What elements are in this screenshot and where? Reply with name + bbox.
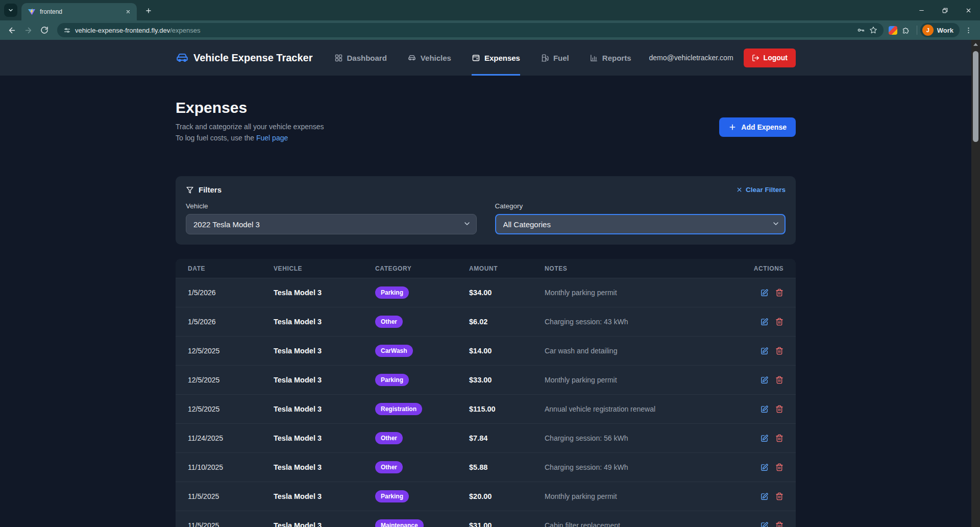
scrollbar-thumb[interactable] — [973, 51, 978, 142]
profile-button[interactable]: J Work — [920, 23, 960, 37]
dashboard-grid-icon — [334, 54, 343, 62]
reload-icon — [40, 26, 48, 34]
delete-expense-button[interactable] — [775, 463, 783, 472]
edit-expense-button[interactable] — [760, 318, 769, 326]
filters-card: Filters Clear Filters Vehicle 2022 Tesla… — [176, 176, 796, 245]
add-expense-button[interactable]: Add Expense — [719, 117, 796, 137]
delete-expense-button[interactable] — [775, 376, 783, 385]
expense-notes: Cabin filter replacement — [545, 521, 748, 527]
edit-expense-button[interactable] — [760, 405, 769, 414]
nav-item-dashboard[interactable]: Dashboard — [334, 40, 387, 76]
page-viewport: Vehicle Expense Tracker Dashboard Vehicl… — [0, 40, 971, 527]
category-badge: Parking — [375, 286, 409, 299]
delete-expense-button[interactable] — [775, 405, 783, 414]
category-filter-select[interactable]: All Categories — [495, 214, 786, 234]
reload-button[interactable] — [37, 22, 52, 38]
edit-expense-button[interactable] — [760, 289, 769, 297]
window-restore-button[interactable] — [933, 0, 957, 20]
page-subtitle: Track and categorize all your vehicle ex… — [176, 122, 324, 133]
nav-item-expenses[interactable]: Expenses — [472, 40, 520, 76]
forward-button[interactable] — [20, 22, 36, 38]
site-settings-icon[interactable] — [63, 27, 71, 34]
minimize-icon — [918, 7, 925, 14]
url-text: vehicle-expense-frontend.fly.dev/expense… — [75, 26, 200, 35]
brand-name: Vehicle Expense Tracker — [193, 52, 313, 64]
browser-scrollbar[interactable] — [971, 40, 980, 527]
tab-search-button[interactable] — [4, 4, 17, 17]
profile-avatar: J — [922, 25, 934, 36]
edit-expense-button[interactable] — [760, 376, 769, 385]
browser-toolbar: vehicle-expense-frontend.fly.dev/expense… — [0, 20, 980, 40]
table-row: 11/10/2025 Tesla Model 3 Other $5.88 Cha… — [176, 452, 796, 482]
table-row: 12/5/2025 Tesla Model 3 Registration $11… — [176, 394, 796, 423]
category-badge: Parking — [375, 374, 409, 386]
edit-expense-button[interactable] — [760, 347, 769, 355]
address-bar[interactable]: vehicle-expense-frontend.fly.dev/expense… — [57, 23, 884, 37]
edit-expense-button[interactable] — [760, 492, 769, 501]
bookmark-star-icon[interactable] — [869, 26, 877, 34]
vite-favicon-icon — [28, 8, 36, 16]
expense-amount: $6.02 — [469, 318, 545, 326]
column-header-actions: ACTIONS — [748, 265, 783, 272]
expense-vehicle: Tesla Model 3 — [274, 463, 375, 471]
delete-expense-button[interactable] — [775, 521, 783, 527]
category-filter-label: Category — [495, 202, 786, 210]
delete-expense-button[interactable] — [775, 318, 783, 326]
expense-vehicle: Tesla Model 3 — [274, 521, 375, 527]
expense-amount: $34.00 — [469, 289, 545, 297]
add-expense-label: Add Expense — [741, 123, 787, 131]
vehicle-filter-select[interactable]: 2022 Tesla Model 3 — [186, 214, 477, 234]
trash-icon — [775, 376, 783, 384]
user-email: demo@vehicletracker.com — [649, 54, 733, 62]
password-key-icon[interactable] — [857, 26, 865, 34]
new-tab-button[interactable] — [142, 4, 155, 17]
tab-close-button[interactable] — [124, 7, 133, 16]
expense-amount: $20.00 — [469, 492, 545, 500]
expense-vehicle: Tesla Model 3 — [274, 318, 375, 326]
expense-amount: $5.88 — [469, 463, 545, 471]
clear-filters-button[interactable]: Clear Filters — [736, 186, 786, 194]
expense-vehicle: Tesla Model 3 — [274, 405, 375, 413]
expense-date: 11/24/2025 — [188, 434, 274, 442]
logout-button[interactable]: Logout — [744, 49, 796, 67]
logout-label: Logout — [764, 54, 788, 62]
back-button[interactable] — [4, 22, 19, 38]
fuel-note: To log fuel costs, use the Fuel page — [176, 133, 324, 144]
logout-icon — [752, 54, 760, 62]
window-minimize-button[interactable] — [910, 0, 933, 20]
trash-icon — [775, 318, 783, 326]
expense-date: 12/5/2025 — [188, 347, 274, 355]
nav-item-fuel[interactable]: Fuel — [541, 40, 569, 76]
edit-pencil-icon — [760, 289, 769, 297]
scroll-up-arrow-icon[interactable] — [971, 40, 980, 49]
edit-pencil-icon — [760, 521, 769, 527]
fuel-page-link[interactable]: Fuel page — [256, 134, 288, 142]
expense-notes: Charging session: 43 kWh — [545, 318, 748, 326]
delete-expense-button[interactable] — [775, 347, 783, 355]
browser-tab[interactable]: frontend — [21, 3, 137, 20]
pinned-extension-icon[interactable] — [889, 26, 897, 35]
nav-item-vehicles[interactable]: Vehicles — [407, 40, 451, 76]
expense-notes: Annual vehicle registration renewal — [545, 405, 748, 413]
expense-vehicle: Tesla Model 3 — [274, 289, 375, 297]
profile-name: Work — [937, 27, 953, 34]
delete-expense-button[interactable] — [775, 289, 783, 297]
expense-notes: Monthly parking permit — [545, 376, 748, 384]
plus-icon — [728, 123, 737, 131]
delete-expense-button[interactable] — [775, 434, 783, 443]
window-close-button[interactable] — [957, 0, 980, 20]
edit-expense-button[interactable] — [760, 434, 769, 443]
nav-item-reports[interactable]: Reports — [590, 40, 631, 76]
delete-expense-button[interactable] — [775, 492, 783, 501]
nav-label: Fuel — [553, 54, 569, 62]
browser-menu-button[interactable] — [961, 22, 976, 38]
extensions-puzzle-icon[interactable] — [898, 22, 914, 38]
expense-date: 12/5/2025 — [188, 405, 274, 413]
expense-date: 11/5/2025 — [188, 521, 274, 527]
edit-expense-button[interactable] — [760, 521, 769, 527]
edit-expense-button[interactable] — [760, 463, 769, 472]
category-badge: Maintenance — [375, 519, 424, 527]
nav-label: Expenses — [484, 54, 520, 62]
expense-date: 11/5/2025 — [188, 492, 274, 500]
nav-label: Vehicles — [421, 54, 451, 62]
